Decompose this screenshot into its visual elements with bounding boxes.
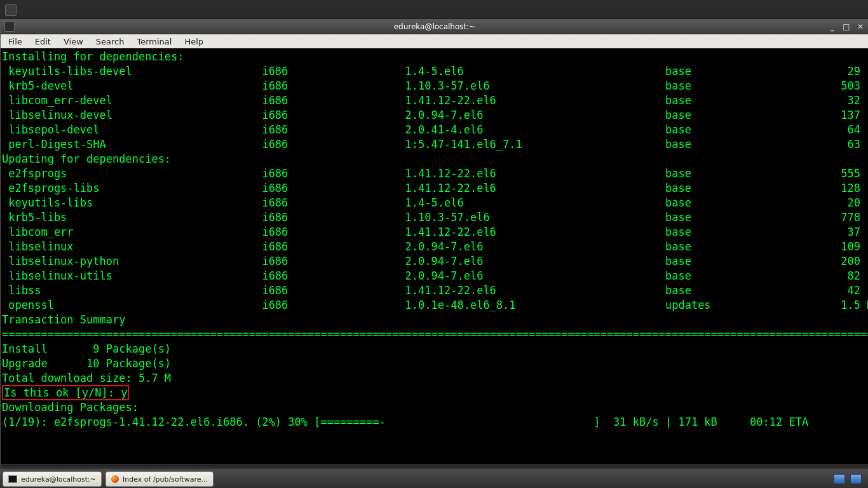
terminal-line: libselinux-utils i686 2.0.94-7.el6 base …	[2, 269, 867, 283]
window-titlebar[interactable]: edureka@localhost:~ _ □ ✕	[1, 20, 868, 34]
minimize-button[interactable]: _	[828, 22, 837, 31]
terminal-line: Total download size: 5.7 M	[2, 371, 867, 386]
terminal-line: Updating for dependencies:	[2, 152, 867, 166]
taskbar-button-firefox-label: Index of /pub/software...	[123, 475, 208, 484]
terminal-line: libsepol-devel i686 2.0.41-4.el6 base 64…	[2, 123, 867, 137]
terminal-line: libselinux-devel i686 2.0.94-7.el6 base …	[2, 108, 867, 123]
maximize-button[interactable]: □	[842, 22, 851, 31]
terminal-window: edureka@localhost:~ _ □ ✕ File Edit View…	[0, 19, 868, 465]
menu-edit[interactable]: Edit	[30, 36, 56, 48]
terminal-line: keyutils-libs i686 1.4-5.el6 base 20 k	[2, 196, 867, 210]
terminal-icon	[8, 475, 17, 483]
tray-icon-1[interactable]	[834, 474, 845, 484]
terminal-menubar: File Edit View Search Terminal Help	[1, 34, 868, 49]
system-tray	[830, 474, 865, 484]
taskbar-button-terminal[interactable]: edureka@localhost:~	[3, 471, 102, 487]
menu-view[interactable]: View	[58, 36, 88, 48]
menu-terminal[interactable]: Terminal	[132, 36, 177, 48]
terminal-line: Installing for dependencies:	[2, 50, 867, 64]
terminal-line: Is this ok [y/N]: y	[2, 386, 867, 400]
terminal-line: (1/19): e2fsprogs-1.41.12-22.el6.i686. (…	[2, 415, 867, 430]
terminal-line: libselinux-python i686 2.0.94-7.el6 base…	[2, 254, 867, 269]
taskbar-button-firefox[interactable]: Index of /pub/software...	[105, 471, 214, 487]
window-app-icon	[4, 22, 15, 32]
terminal-line: keyutils-libs-devel i686 1.4-5.el6 base …	[2, 64, 867, 79]
terminal-line: Downloading Packages:	[2, 400, 867, 415]
terminal-line: libselinux i686 2.0.94-7.el6 base 109 k	[2, 240, 867, 254]
desktop-taskbar: edureka@localhost:~ Index of /pub/softwa…	[0, 470, 868, 488]
window-title: edureka@localhost:~	[1, 22, 868, 31]
terminal-line: Upgrade 10 Package(s)	[2, 356, 867, 371]
app-menu-icon[interactable]	[5, 4, 17, 16]
terminal-line: e2fsprogs-libs i686 1.41.12-22.el6 base …	[2, 181, 867, 196]
terminal-line: ========================================…	[2, 327, 867, 342]
terminal-line: libcom_err i686 1.41.12-22.el6 base 37 k	[2, 225, 867, 240]
desktop-top-panel	[0, 0, 868, 19]
menu-file[interactable]: File	[3, 36, 27, 48]
terminal-line: libss i686 1.41.12-22.el6 base 42 k	[2, 283, 867, 298]
confirm-prompt-highlight: Is this ok [y/N]: y	[2, 385, 129, 400]
terminal-line: libcom_err-devel i686 1.41.12-22.el6 bas…	[2, 93, 867, 108]
close-button[interactable]: ✕	[856, 22, 865, 31]
tray-icon-2[interactable]	[850, 474, 862, 484]
terminal-line: krb5-libs i686 1.10.3-57.el6 base 778 k	[2, 210, 867, 225]
terminal-line: e2fsprogs i686 1.41.12-22.el6 base 555 k	[2, 166, 867, 181]
taskbar-button-terminal-label: edureka@localhost:~	[21, 475, 96, 484]
menu-help[interactable]: Help	[179, 36, 208, 48]
terminal-output[interactable]: Installing for dependencies: keyutils-li…	[1, 48, 868, 464]
terminal-line: Transaction Summary	[2, 313, 867, 327]
menu-search[interactable]: Search	[91, 36, 130, 48]
terminal-line: perl-Digest-SHA i686 1:5.47-141.el6_7.1 …	[2, 137, 867, 152]
terminal-line: Install 9 Package(s)	[2, 342, 867, 356]
firefox-icon	[111, 475, 119, 483]
terminal-line: openssl i686 1.0.1e-48.el6_8.1 updates 1…	[2, 298, 867, 313]
terminal-line: krb5-devel i686 1.10.3-57.el6 base 503 k	[2, 79, 867, 93]
